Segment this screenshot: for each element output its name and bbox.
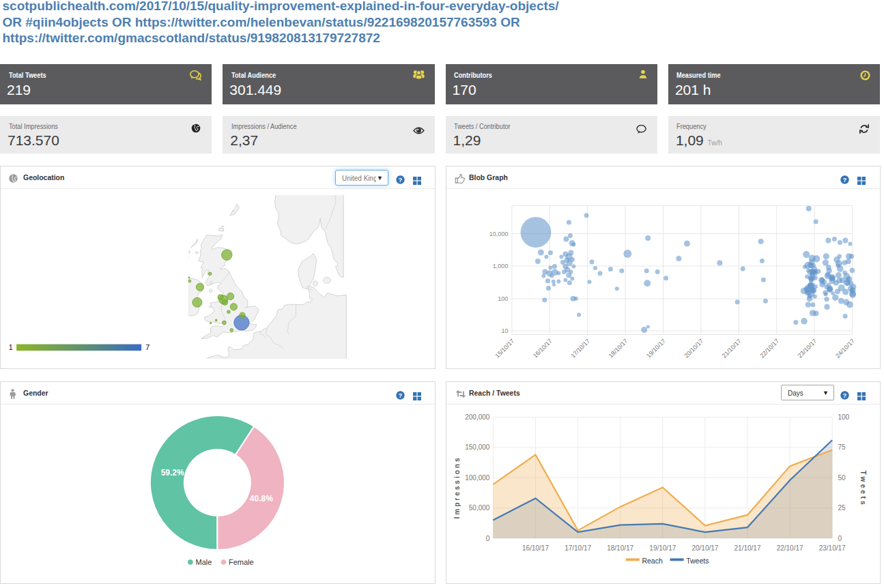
svg-text:16/10/17: 16/10/17 (531, 337, 553, 359)
svg-text:Female: Female (229, 558, 254, 566)
svg-text:24/10/17: 24/10/17 (834, 337, 856, 359)
svg-text:?: ? (398, 176, 402, 183)
svg-text:10,000: 10,000 (489, 230, 508, 237)
svg-text:7: 7 (145, 343, 149, 351)
svg-text:18/10/17: 18/10/17 (607, 544, 633, 551)
svg-text:16/10/17: 16/10/17 (522, 544, 549, 551)
svg-text:20/10/17: 20/10/17 (691, 544, 718, 551)
svg-text:19/10/17: 19/10/17 (645, 337, 667, 359)
svg-text:17/10/17: 17/10/17 (569, 337, 591, 359)
svg-text:50: 50 (838, 473, 846, 481)
svg-text:23/10/17: 23/10/17 (796, 337, 818, 359)
svg-text:Male: Male (196, 558, 212, 566)
svg-text:15/10/17: 15/10/17 (494, 337, 515, 359)
svg-text:75: 75 (838, 443, 846, 451)
svg-text:0: 0 (838, 534, 842, 542)
svg-text:100: 100 (498, 295, 508, 302)
svg-text:?: ? (843, 176, 847, 183)
svg-text:18/10/17: 18/10/17 (607, 337, 629, 359)
svg-text:21/10/17: 21/10/17 (720, 337, 742, 359)
svg-text:40.8%: 40.8% (250, 494, 273, 503)
svg-text:10: 10 (501, 327, 508, 334)
svg-text:59.2%: 59.2% (161, 467, 184, 477)
svg-text:1: 1 (9, 343, 13, 351)
svg-text:22/10/17: 22/10/17 (776, 544, 803, 551)
svg-text:Tweets: Tweets (859, 470, 867, 507)
svg-text:17/10/17: 17/10/17 (565, 544, 591, 551)
svg-text:21/10/17: 21/10/17 (734, 544, 760, 551)
svg-text:Tweets: Tweets (686, 556, 709, 564)
svg-text:Reach: Reach (642, 556, 663, 564)
svg-text:150,000: 150,000 (465, 443, 490, 451)
svg-text:200,000: 200,000 (465, 413, 490, 421)
svg-text:Impressions: Impressions (453, 456, 461, 518)
svg-text:50,000: 50,000 (468, 504, 489, 512)
svg-text:23/10/17: 23/10/17 (818, 544, 845, 551)
svg-text:25: 25 (838, 504, 846, 512)
svg-text:0: 0 (485, 534, 489, 542)
svg-text:22/10/17: 22/10/17 (758, 337, 780, 359)
svg-text:20/10/17: 20/10/17 (683, 337, 704, 359)
svg-text:100: 100 (838, 413, 849, 421)
svg-text:100,000: 100,000 (465, 473, 490, 481)
svg-text:1,000: 1,000 (492, 263, 508, 269)
svg-text:?: ? (843, 392, 847, 399)
svg-text:?: ? (398, 392, 402, 399)
svg-text:19/10/17: 19/10/17 (649, 544, 676, 551)
